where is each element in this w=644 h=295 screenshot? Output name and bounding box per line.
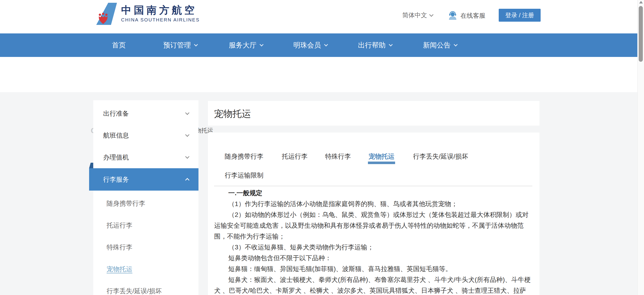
rule-paragraph: 短鼻猫：缅甸猫、异国短毛猫(加菲猫)、波斯猫、喜马拉雅猫、英国短毛猫等。 bbox=[214, 263, 534, 274]
sidebar-item-checkin[interactable]: 办理值机 bbox=[93, 146, 198, 168]
rule-paragraph: （3）不收运短鼻猫、短鼻犬类动物作为行李运输； bbox=[214, 242, 534, 253]
sidebar: 出行准备 航班信息 办理值机 行李服务 随身携带行李 托运行李 特殊行李 宠物托… bbox=[93, 100, 198, 295]
tail-fin-logo-icon bbox=[95, 3, 117, 25]
chevron-down-icon bbox=[454, 43, 458, 47]
tab-checked-baggage[interactable]: 托运行李 bbox=[282, 152, 308, 161]
site-header: 中国南方航空 CHINA SOUTHERN AIRLINES 简体中文 在线客服… bbox=[0, 0, 637, 34]
main-nav: 首页 预订管理 服务大厅 明珠会员 出行帮助 新闻公告 bbox=[0, 34, 637, 57]
chevron-down-icon bbox=[185, 133, 189, 137]
nav-item-home[interactable]: 首页 bbox=[112, 34, 126, 57]
rule-paragraph: 短鼻犬：猴面犬、波士顿梗犬、拳师犬(所有品种)、布鲁塞尔葛里芬犬 、斗牛犬/牛头… bbox=[214, 274, 534, 295]
tab-special-baggage[interactable]: 特殊行李 bbox=[325, 152, 351, 161]
tab-baggage-transport-limit[interactable]: 行李运输限制 bbox=[225, 171, 264, 180]
chevron-down-icon bbox=[185, 154, 189, 159]
section-heading: 一.一般规定 bbox=[214, 188, 534, 198]
logo-text-en: CHINA SOUTHERN AIRLINES bbox=[121, 17, 200, 23]
chevron-down-icon bbox=[324, 43, 328, 47]
language-label: 简体中文 bbox=[402, 11, 427, 19]
chevron-down-icon bbox=[194, 43, 198, 47]
chevron-down-icon bbox=[429, 13, 433, 17]
airline-logo[interactable]: 中国南方航空 CHINA SOUTHERN AIRLINES bbox=[95, 3, 200, 25]
title-card: 宠物托运 bbox=[208, 101, 540, 126]
online-service-label: 在线客服 bbox=[460, 12, 485, 20]
nav-item-news[interactable]: 新闻公告 bbox=[423, 34, 457, 57]
rule-paragraph: （2）如动物的体形过小（例如：乌龟、鼠类、观赏鱼等）或体形过大（笼体包装超过最大… bbox=[214, 209, 534, 242]
sidebar-item-flight-info[interactable]: 航班信息 bbox=[93, 124, 198, 146]
logo-text-cn: 中国南方航空 bbox=[121, 5, 200, 16]
ribbon-fold bbox=[89, 163, 93, 168]
tab-baggage-lost[interactable]: 行李丢失/延误/损坏 bbox=[413, 152, 468, 161]
vertical-scrollbar[interactable] bbox=[637, 0, 644, 295]
page-title: 宠物托运 bbox=[214, 107, 251, 120]
sidebar-sub-baggage-lost[interactable]: 行李丢失/延误/损坏 bbox=[93, 280, 198, 295]
sidebar-sub-checked-baggage[interactable]: 托运行李 bbox=[93, 214, 198, 236]
chevron-down-icon bbox=[260, 43, 264, 47]
sidebar-sub-carryon-baggage[interactable]: 随身携带行李 bbox=[93, 192, 198, 214]
scrollbar-thumb[interactable] bbox=[639, 6, 643, 62]
rule-paragraph: 短鼻类动物包含但不限于以下品种： bbox=[214, 253, 534, 263]
nav-item-service-hall[interactable]: 服务大厅 bbox=[229, 34, 263, 57]
chevron-down-icon bbox=[185, 111, 189, 115]
tabs-divider bbox=[214, 186, 532, 186]
breadcrumb-strip: G 首页 > 出行帮助 > 行李服务 > 宠物托运 bbox=[0, 57, 637, 92]
rule-paragraph: （1）作为行李运输的活体小动物是指家庭饲养的狗、猫、鸟或者其他玩赏宠物； bbox=[214, 198, 534, 209]
login-register-button[interactable]: 登录 / 注册 bbox=[499, 9, 540, 22]
logo-text: 中国南方航空 CHINA SOUTHERN AIRLINES bbox=[121, 3, 200, 23]
article-body: 一.一般规定 （1）作为行李运输的活体小动物是指家庭饲养的狗、猫、鸟或者其他玩赏… bbox=[214, 188, 534, 295]
chevron-up-icon bbox=[185, 178, 189, 182]
nav-item-travel-help[interactable]: 出行帮助 bbox=[358, 34, 392, 57]
sidebar-item-baggage-service-active[interactable]: 行李服务 bbox=[89, 168, 198, 191]
tab-pet-transport[interactable]: 宠物托运 bbox=[368, 152, 394, 161]
chevron-down-icon bbox=[389, 43, 393, 47]
sidebar-sub-special-baggage[interactable]: 特殊行李 bbox=[93, 236, 198, 258]
nav-item-booking[interactable]: 预订管理 bbox=[163, 34, 197, 57]
active-tab-underline bbox=[368, 162, 395, 164]
page: 中国南方航空 CHINA SOUTHERN AIRLINES 简体中文 在线客服… bbox=[0, 0, 644, 295]
nav-item-pearl-member[interactable]: 明珠会员 bbox=[293, 34, 328, 57]
sidebar-item-travel-prep[interactable]: 出行准备 bbox=[93, 103, 198, 124]
headset-agent-icon bbox=[448, 11, 458, 20]
sidebar-sublist: 随身携带行李 托运行李 特殊行李 宠物托运 行李丢失/延误/损坏 bbox=[93, 191, 198, 295]
content-card: 随身携带行李 托运行李 特殊行李 宠物托运 行李丢失/延误/损坏 行李运输限制 … bbox=[208, 133, 540, 295]
scroll-up-arrow-icon[interactable] bbox=[639, 1, 643, 4]
tab-carryon-baggage[interactable]: 随身携带行李 bbox=[225, 152, 264, 161]
online-service-link[interactable]: 在线客服 bbox=[448, 11, 485, 20]
language-selector[interactable]: 简体中文 bbox=[402, 11, 433, 19]
sidebar-sub-pet-transport[interactable]: 宠物托运 bbox=[93, 258, 198, 280]
